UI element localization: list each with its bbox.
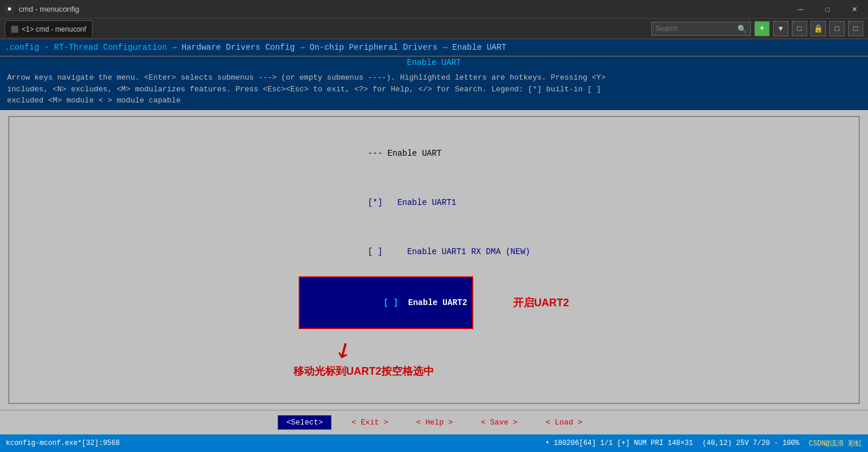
help-line3: excluded <M> module < > module capable	[7, 95, 861, 107]
lock-button[interactable]: 🔒	[811, 21, 826, 36]
search-bar: 🔍 + ▼ □ 🔒 □ □	[651, 21, 863, 36]
section-title-bar: Enable UART	[0, 56, 868, 69]
close-button[interactable]: ✕	[841, 0, 868, 19]
status-right: • 180206[64] 1/1 [+] NUM PRI 148×31 (40,…	[545, 439, 862, 448]
menu-item-uart1[interactable]: [*] Enable UART1	[299, 178, 569, 227]
search-icon[interactable]: 🔍	[737, 25, 747, 33]
window-controls: ─ □ ✕	[787, 0, 868, 19]
status-left: kconfig-mconf.exe*[32]:9568	[6, 439, 119, 447]
annotation-label2: 移动光标到UART2按空格选中	[293, 364, 434, 378]
inner-box: --- Enable UART [*] Enable UART1 [ ] Ena…	[8, 116, 860, 405]
search-container: 🔍	[651, 22, 751, 36]
status-middle: • 180206[64] 1/1 [+] NUM PRI 148×31	[545, 439, 693, 447]
help-button[interactable]: < Help >	[408, 416, 461, 429]
layout-button[interactable]: □	[792, 21, 807, 36]
menu-item-uart1-text: [*] Enable UART1	[368, 198, 456, 207]
menu-area: --- Enable UART [*] Enable UART1 [ ] Ena…	[9, 123, 859, 382]
help-line2: includes, <N> excludes, <M> modularizes …	[7, 84, 861, 95]
arrow-icon: ↙	[329, 332, 357, 365]
section-title: Enable UART	[407, 57, 461, 69]
dropdown-button[interactable]: ▼	[773, 21, 788, 36]
select-button[interactable]: <Select>	[278, 415, 332, 430]
exit-button[interactable]: < Exit >	[343, 416, 396, 429]
breadcrumb-bar: .config - RT-Thread Configuration → Hard…	[0, 39, 868, 56]
menu-item-uart1-dma[interactable]: [ ] Enable UART1 RX DMA (NEW)	[299, 227, 569, 276]
uart2-highlight[interactable]: [ ] Enable UART2	[299, 276, 473, 329]
maximize-button[interactable]: □	[814, 0, 841, 19]
status-brand: CSDN@流浪 彩虹	[809, 439, 862, 448]
window-content: .config - RT-Thread Configuration → Hard…	[0, 39, 868, 434]
tab-label: <1> cmd - menuconf	[22, 25, 86, 33]
menu-header: --- Enable UART	[299, 129, 569, 178]
bottom-bar: <Select> < Exit > < Help > < Save > < Lo…	[0, 410, 868, 434]
menu-items: --- Enable UART [*] Enable UART1 [ ] Ena…	[299, 129, 569, 329]
help-line1: Arrow keys navigate the menu. <Enter> se…	[7, 72, 861, 84]
tab-bar: <1> cmd - menuconf 🔍 + ▼ □ 🔒 □ □	[0, 19, 868, 39]
content-body: --- Enable UART [*] Enable UART1 [ ] Ena…	[0, 110, 868, 435]
save-button[interactable]: < Save >	[473, 416, 525, 429]
load-button[interactable]: < Load >	[538, 416, 590, 429]
annotation-label1: 开启UART2	[513, 292, 569, 313]
title-bar: ■ cmd - menuconfig ─ □ ✕	[0, 0, 868, 19]
config-title: .config - RT-Thread Configuration	[5, 43, 167, 52]
status-position: (40,12) 25V 7/20 - 100%	[702, 439, 799, 447]
help-text: Arrow keys navigate the menu. <Enter> se…	[0, 69, 868, 110]
view-button2[interactable]: □	[848, 21, 863, 36]
breadcrumb-path: → Hardware Drivers Config → On-chip Peri…	[172, 43, 506, 52]
menu-header-text: --- Enable UART	[368, 149, 442, 158]
minimize-button[interactable]: ─	[787, 0, 814, 19]
menu-item-uart2[interactable]: [ ] Enable UART2 开启UART2	[299, 276, 569, 329]
view-button1[interactable]: □	[829, 21, 845, 36]
title-bar-left: ■ cmd - menuconfig	[5, 5, 79, 14]
menu-item-uart1-dma-text: [ ] Enable UART1 RX DMA (NEW)	[368, 247, 530, 256]
status-bar: kconfig-mconf.exe*[32]:9568 • 180206[64]…	[0, 434, 868, 452]
annotation-container: ↙ 移动光标到UART2按空格选中	[258, 335, 610, 382]
menuconfig-window: .config - RT-Thread Configuration → Hard…	[0, 39, 868, 434]
window-title: cmd - menuconfig	[19, 5, 79, 13]
search-input[interactable]	[655, 25, 737, 33]
add-button[interactable]: +	[754, 21, 770, 36]
app-icon: ■	[5, 5, 14, 14]
tab-item[interactable]: <1> cmd - menuconf	[5, 20, 93, 37]
tab-icon	[11, 26, 18, 33]
